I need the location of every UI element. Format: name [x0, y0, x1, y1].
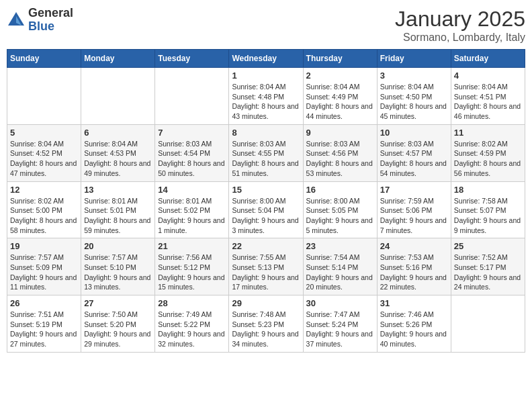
day-info: Sunrise: 7:46 AM Sunset: 5:26 PM Dayligh… — [380, 310, 448, 349]
day-number: 30 — [306, 298, 374, 308]
day-number: 20 — [84, 241, 152, 251]
month-title: January 2025 — [395, 7, 525, 32]
calendar-cell: 18Sunrise: 7:58 AM Sunset: 5:07 PM Dayli… — [451, 181, 525, 238]
calendar-header-row: Sunday Monday Tuesday Wednesday Thursday… — [7, 50, 525, 68]
day-number: 19 — [10, 241, 78, 251]
day-info: Sunrise: 8:03 AM Sunset: 4:57 PM Dayligh… — [380, 139, 448, 179]
header-wednesday: Wednesday — [229, 50, 303, 68]
calendar-cell: 12Sunrise: 8:02 AM Sunset: 5:00 PM Dayli… — [7, 181, 81, 238]
day-info: Sunrise: 7:53 AM Sunset: 5:16 PM Dayligh… — [380, 253, 448, 292]
calendar-cell: 31Sunrise: 7:46 AM Sunset: 5:26 PM Dayli… — [377, 295, 451, 353]
header: General Blue January 2025 Sormano, Lomba… — [7, 7, 525, 44]
calendar-cell: 11Sunrise: 8:02 AM Sunset: 4:59 PM Dayli… — [451, 124, 525, 181]
day-number: 23 — [306, 241, 374, 251]
day-info: Sunrise: 7:50 AM Sunset: 5:20 PM Dayligh… — [84, 310, 152, 349]
day-number: 5 — [10, 128, 78, 138]
calendar-cell: 24Sunrise: 7:53 AM Sunset: 5:16 PM Dayli… — [377, 238, 451, 295]
calendar-cell: 26Sunrise: 7:51 AM Sunset: 5:19 PM Dayli… — [7, 295, 81, 353]
calendar-cell: 14Sunrise: 8:01 AM Sunset: 5:02 PM Dayli… — [155, 181, 229, 238]
header-sunday: Sunday — [7, 50, 81, 68]
day-info: Sunrise: 7:54 AM Sunset: 5:14 PM Dayligh… — [306, 253, 374, 292]
day-info: Sunrise: 7:51 AM Sunset: 5:19 PM Dayligh… — [10, 310, 78, 349]
day-number: 7 — [158, 128, 226, 138]
calendar-cell: 17Sunrise: 7:59 AM Sunset: 5:06 PM Dayli… — [377, 181, 451, 238]
header-tuesday: Tuesday — [155, 50, 229, 68]
header-monday: Monday — [81, 50, 155, 68]
calendar-cell: 20Sunrise: 7:57 AM Sunset: 5:10 PM Dayli… — [81, 238, 155, 295]
calendar-week-row: 1Sunrise: 8:04 AM Sunset: 4:48 PM Daylig… — [7, 68, 525, 125]
day-number: 25 — [454, 241, 522, 251]
day-info: Sunrise: 8:03 AM Sunset: 4:54 PM Dayligh… — [158, 139, 226, 179]
calendar-cell: 25Sunrise: 7:52 AM Sunset: 5:17 PM Dayli… — [451, 238, 525, 295]
calendar-cell: 1Sunrise: 8:04 AM Sunset: 4:48 PM Daylig… — [229, 68, 303, 125]
page: General Blue January 2025 Sormano, Lomba… — [0, 0, 532, 411]
day-info: Sunrise: 7:48 AM Sunset: 5:23 PM Dayligh… — [232, 310, 300, 349]
day-number: 8 — [232, 128, 300, 138]
calendar-cell: 2Sunrise: 8:04 AM Sunset: 4:49 PM Daylig… — [303, 68, 377, 125]
calendar-cell: 29Sunrise: 7:48 AM Sunset: 5:23 PM Dayli… — [229, 295, 303, 353]
calendar-cell: 4Sunrise: 8:04 AM Sunset: 4:51 PM Daylig… — [451, 68, 525, 125]
calendar-cell: 28Sunrise: 7:49 AM Sunset: 5:22 PM Dayli… — [155, 295, 229, 353]
day-number: 27 — [84, 298, 152, 308]
logo-icon — [7, 11, 26, 30]
day-number: 24 — [380, 241, 448, 251]
calendar-cell: 30Sunrise: 7:47 AM Sunset: 5:24 PM Dayli… — [303, 295, 377, 353]
day-number: 15 — [232, 185, 300, 195]
calendar-cell: 5Sunrise: 8:04 AM Sunset: 4:52 PM Daylig… — [7, 124, 81, 181]
day-info: Sunrise: 8:04 AM Sunset: 4:50 PM Dayligh… — [380, 82, 448, 122]
day-info: Sunrise: 8:04 AM Sunset: 4:49 PM Dayligh… — [306, 82, 374, 122]
day-info: Sunrise: 8:04 AM Sunset: 4:48 PM Dayligh… — [232, 82, 300, 122]
calendar-cell: 13Sunrise: 8:01 AM Sunset: 5:01 PM Dayli… — [81, 181, 155, 238]
day-info: Sunrise: 7:57 AM Sunset: 5:10 PM Dayligh… — [84, 253, 152, 292]
logo-general-label: General — [28, 7, 73, 20]
day-number: 28 — [158, 298, 226, 308]
calendar-cell — [155, 68, 229, 125]
logo: General Blue — [7, 7, 73, 34]
calendar-cell: 7Sunrise: 8:03 AM Sunset: 4:54 PM Daylig… — [155, 124, 229, 181]
calendar-week-row: 19Sunrise: 7:57 AM Sunset: 5:09 PM Dayli… — [7, 238, 525, 295]
calendar-cell — [451, 295, 525, 353]
day-info: Sunrise: 8:03 AM Sunset: 4:56 PM Dayligh… — [306, 139, 374, 179]
calendar-cell: 23Sunrise: 7:54 AM Sunset: 5:14 PM Dayli… — [303, 238, 377, 295]
day-info: Sunrise: 7:47 AM Sunset: 5:24 PM Dayligh… — [306, 310, 374, 349]
calendar-cell: 10Sunrise: 8:03 AM Sunset: 4:57 PM Dayli… — [377, 124, 451, 181]
day-info: Sunrise: 7:59 AM Sunset: 5:06 PM Dayligh… — [380, 196, 448, 236]
day-info: Sunrise: 8:01 AM Sunset: 5:01 PM Dayligh… — [84, 196, 152, 236]
day-number: 14 — [158, 185, 226, 195]
day-number: 4 — [454, 71, 522, 81]
day-number: 13 — [84, 185, 152, 195]
day-number: 29 — [232, 298, 300, 308]
calendar-week-row: 5Sunrise: 8:04 AM Sunset: 4:52 PM Daylig… — [7, 124, 525, 181]
day-number: 3 — [380, 71, 448, 81]
header-friday: Friday — [377, 50, 451, 68]
calendar-cell — [7, 68, 81, 125]
day-number: 31 — [380, 298, 448, 308]
header-saturday: Saturday — [451, 50, 525, 68]
calendar-cell: 3Sunrise: 8:04 AM Sunset: 4:50 PM Daylig… — [377, 68, 451, 125]
day-info: Sunrise: 8:04 AM Sunset: 4:52 PM Dayligh… — [10, 139, 78, 179]
day-info: Sunrise: 7:55 AM Sunset: 5:13 PM Dayligh… — [232, 253, 300, 292]
calendar-table: Sunday Monday Tuesday Wednesday Thursday… — [7, 49, 525, 353]
day-number: 6 — [84, 128, 152, 138]
day-number: 22 — [232, 241, 300, 251]
calendar-cell — [81, 68, 155, 125]
day-number: 10 — [380, 128, 448, 138]
calendar-cell: 6Sunrise: 8:04 AM Sunset: 4:53 PM Daylig… — [81, 124, 155, 181]
calendar-cell: 8Sunrise: 8:03 AM Sunset: 4:55 PM Daylig… — [229, 124, 303, 181]
calendar-cell: 9Sunrise: 8:03 AM Sunset: 4:56 PM Daylig… — [303, 124, 377, 181]
day-info: Sunrise: 8:03 AM Sunset: 4:55 PM Dayligh… — [232, 139, 300, 179]
day-info: Sunrise: 7:58 AM Sunset: 5:07 PM Dayligh… — [454, 196, 522, 236]
day-number: 18 — [454, 185, 522, 195]
calendar-cell: 21Sunrise: 7:56 AM Sunset: 5:12 PM Dayli… — [155, 238, 229, 295]
logo-blue-label: Blue — [28, 20, 73, 34]
calendar-cell: 19Sunrise: 7:57 AM Sunset: 5:09 PM Dayli… — [7, 238, 81, 295]
day-info: Sunrise: 8:04 AM Sunset: 4:53 PM Dayligh… — [84, 139, 152, 179]
calendar-cell: 27Sunrise: 7:50 AM Sunset: 5:20 PM Dayli… — [81, 295, 155, 353]
day-number: 12 — [10, 185, 78, 195]
day-info: Sunrise: 7:49 AM Sunset: 5:22 PM Dayligh… — [158, 310, 226, 349]
day-info: Sunrise: 8:01 AM Sunset: 5:02 PM Dayligh… — [158, 196, 226, 236]
day-number: 17 — [380, 185, 448, 195]
day-info: Sunrise: 8:00 AM Sunset: 5:05 PM Dayligh… — [306, 196, 374, 236]
day-info: Sunrise: 7:56 AM Sunset: 5:12 PM Dayligh… — [158, 253, 226, 292]
calendar-cell: 16Sunrise: 8:00 AM Sunset: 5:05 PM Dayli… — [303, 181, 377, 238]
